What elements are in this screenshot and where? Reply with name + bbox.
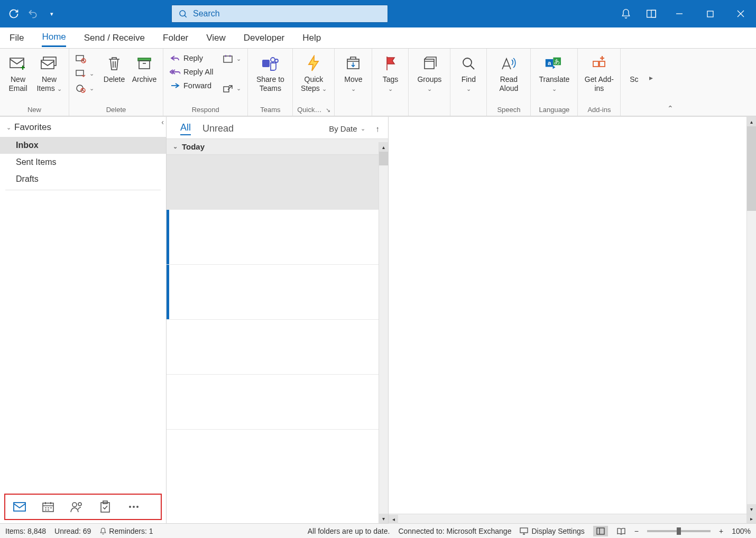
delete-icon xyxy=(107,54,122,73)
more-nav-icon[interactable] xyxy=(127,500,141,514)
message-item[interactable] xyxy=(167,155,388,210)
tab-send-receive[interactable]: Send / Receive xyxy=(84,30,145,47)
forward-button[interactable]: Forward xyxy=(167,79,216,92)
svg-rect-3 xyxy=(707,11,713,17)
reply-button[interactable]: Reply xyxy=(167,52,216,64)
scroll-down-icon[interactable]: ▾ xyxy=(379,514,388,523)
sort-by-date[interactable]: By Date xyxy=(329,124,357,133)
message-item[interactable] xyxy=(167,210,388,265)
translate-button[interactable]: aあ Translate⌄ xyxy=(534,51,574,93)
new-email-button[interactable]: New Email xyxy=(3,51,33,93)
tab-help[interactable]: Help xyxy=(302,30,321,47)
groups-button[interactable]: Groups⌄ xyxy=(412,51,447,93)
archive-button[interactable]: Archive xyxy=(129,51,160,84)
display-settings-button[interactable]: Display Settings xyxy=(520,527,584,535)
cleanup-button[interactable]: ⌄ xyxy=(72,67,97,80)
filter-all[interactable]: All xyxy=(180,122,191,135)
archive-icon xyxy=(136,54,152,73)
svg-point-38 xyxy=(136,506,139,508)
scroll-thumb[interactable] xyxy=(379,152,388,165)
folder-drafts[interactable]: Drafts xyxy=(0,171,166,188)
message-item[interactable] xyxy=(167,375,388,430)
tab-home[interactable]: Home xyxy=(42,29,66,47)
minimize-button[interactable] xyxy=(664,0,695,27)
status-reminders[interactable]: Reminders: 1 xyxy=(99,527,153,535)
tab-file[interactable]: File xyxy=(10,30,24,47)
svg-rect-27 xyxy=(593,61,598,67)
scroll-down-icon[interactable]: ▾ xyxy=(747,504,756,514)
tags-button[interactable]: Tags⌄ xyxy=(375,51,405,93)
tab-developer[interactable]: Developer xyxy=(244,30,285,47)
folder-pane: ‹ ⌄ Favorites Inbox Sent Items Drafts xyxy=(0,117,167,523)
zoom-handle[interactable] xyxy=(677,527,681,535)
folder-inbox[interactable]: Inbox xyxy=(0,137,166,154)
svg-rect-9 xyxy=(76,70,84,76)
more-respond-button[interactable]: ⌄ xyxy=(219,81,244,95)
scroll-up-icon[interactable]: ▴ xyxy=(747,117,756,126)
reply-all-button[interactable]: Reply All xyxy=(167,66,216,78)
quick-steps-button[interactable]: Quick Steps ⌄ xyxy=(296,51,331,93)
close-button[interactable] xyxy=(725,0,756,27)
mail-nav-icon[interactable] xyxy=(13,500,26,514)
filter-unread[interactable]: Unread xyxy=(202,123,234,134)
view-normal-button[interactable] xyxy=(593,526,608,536)
ignore-button[interactable] xyxy=(72,52,97,66)
scroll-up-icon[interactable]: ▴ xyxy=(379,142,388,152)
find-icon xyxy=(461,54,476,73)
folder-sent-items[interactable]: Sent Items xyxy=(0,154,166,171)
group-respond: Reply Reply All Forward ⌄ ⌄ Respond xyxy=(163,49,248,116)
undo-icon[interactable] xyxy=(25,6,40,21)
svg-rect-2 xyxy=(651,10,656,17)
tasks-nav-icon[interactable] xyxy=(98,500,112,514)
view-reading-button[interactable] xyxy=(616,527,626,535)
sort-direction-icon[interactable]: ↑ xyxy=(376,124,380,133)
new-items-button[interactable]: New Items ⌄ xyxy=(33,51,66,93)
search-box[interactable]: Search xyxy=(171,5,388,23)
svg-rect-28 xyxy=(600,61,605,67)
message-item[interactable] xyxy=(167,265,388,320)
collapse-ribbon-icon[interactable]: ⌃ xyxy=(661,49,680,116)
ribbon-more-icon[interactable]: ▸ xyxy=(644,51,658,105)
coming-soon-icon[interactable] xyxy=(639,0,664,27)
collapse-folder-pane-icon[interactable]: ‹ xyxy=(161,118,164,126)
scroll-left-icon[interactable]: ◂ xyxy=(389,515,398,524)
read-aloud-button[interactable]: Read Aloud xyxy=(490,51,527,93)
group-label-speech: Speech xyxy=(490,105,527,116)
ribbon: New Email New Items ⌄ New ⌄ ⌄ Delete xyxy=(0,49,756,116)
bell-icon xyxy=(99,527,107,535)
main-area: ‹ ⌄ Favorites Inbox Sent Items Drafts Al… xyxy=(0,116,756,523)
favorites-header[interactable]: ⌄ Favorites xyxy=(0,117,166,137)
ribbon-overflow-button[interactable]: Sc xyxy=(624,51,644,84)
date-group-today[interactable]: ⌄ Today xyxy=(167,138,388,155)
svg-point-37 xyxy=(133,506,135,508)
cleanup-icon xyxy=(76,69,86,78)
get-addins-button[interactable]: Get Add-ins xyxy=(581,51,617,93)
reading-pane-hscroll[interactable]: ◂ ▸ xyxy=(389,514,756,523)
zoom-in-button[interactable]: + xyxy=(719,527,723,535)
reading-pane-vscroll[interactable]: ▴ ▾ xyxy=(746,117,756,514)
svg-rect-6 xyxy=(41,60,54,69)
meeting-button[interactable]: ⌄ xyxy=(219,52,244,66)
notifications-icon[interactable] xyxy=(613,0,639,27)
tab-view[interactable]: View xyxy=(206,30,226,47)
zoom-level[interactable]: 100% xyxy=(732,527,751,535)
zoom-out-button[interactable]: − xyxy=(634,527,639,535)
tab-folder[interactable]: Folder xyxy=(163,30,188,47)
svg-text:a: a xyxy=(548,60,551,66)
zoom-slider[interactable] xyxy=(647,530,711,532)
people-nav-icon[interactable] xyxy=(70,500,84,514)
find-button[interactable]: Find⌄ xyxy=(454,51,483,93)
move-button[interactable]: Move⌄ xyxy=(338,51,368,93)
share-to-teams-button[interactable]: T Share to Teams xyxy=(251,51,289,93)
scroll-right-icon[interactable]: ▸ xyxy=(746,514,756,523)
svg-rect-21 xyxy=(425,59,434,69)
message-item[interactable] xyxy=(167,320,388,375)
message-list-scrollbar[interactable]: ▴ ▾ xyxy=(379,142,388,523)
maximize-button[interactable] xyxy=(695,0,725,27)
delete-button[interactable]: Delete xyxy=(99,51,129,84)
sync-icon[interactable] xyxy=(6,6,21,21)
scroll-thumb[interactable] xyxy=(747,126,756,211)
junk-button[interactable]: ⌄ xyxy=(72,81,97,95)
calendar-nav-icon[interactable] xyxy=(41,500,55,514)
qat-customize-icon[interactable]: ▾ xyxy=(44,6,59,21)
